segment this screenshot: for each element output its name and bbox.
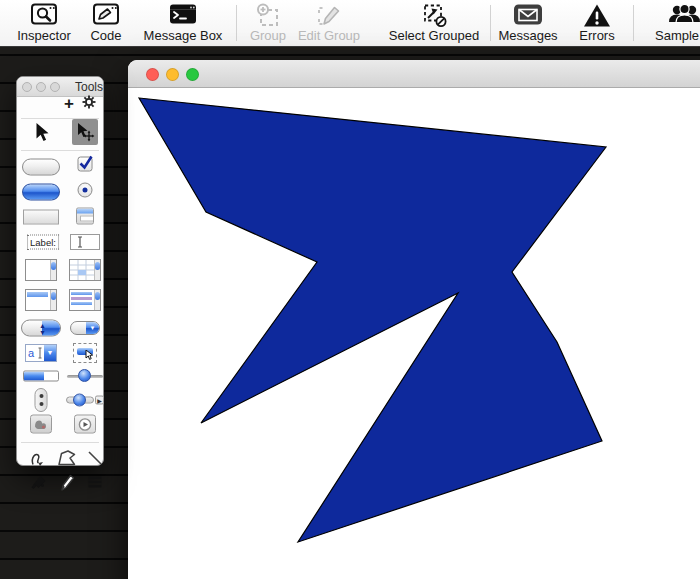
stepper-icon — [35, 388, 48, 412]
image-area-icon — [30, 415, 52, 434]
palette-zoom-button[interactable] — [50, 82, 60, 92]
polygon-tool[interactable] — [57, 449, 77, 467]
progress-bar-tool[interactable] — [23, 371, 59, 382]
minimize-button[interactable] — [166, 68, 179, 81]
radio-button-icon — [78, 183, 93, 198]
text-entry-tool[interactable] — [70, 234, 100, 250]
pencil-tool[interactable] — [59, 473, 75, 491]
option-menu-icon: ▲▼ — [21, 320, 61, 337]
label-tool[interactable]: Label: — [27, 235, 59, 250]
styled-list-tool[interactable] — [69, 289, 101, 311]
progress-bar-icon — [23, 371, 59, 382]
scrolling-field-tool[interactable] — [25, 259, 57, 281]
sample-stacks-people-icon — [637, 2, 700, 28]
toolbar-inspector-button[interactable]: Inspector — [8, 2, 80, 46]
toolbar-label: Messages — [493, 28, 563, 44]
table-field-icon — [69, 259, 101, 281]
radio-button-tool[interactable] — [78, 183, 93, 198]
checkbox-icon — [78, 157, 93, 172]
toolbar-group-button: Group — [240, 2, 296, 46]
scrollbar-tool[interactable]: ▶ — [66, 393, 104, 408]
brush-tool[interactable] — [88, 475, 103, 490]
slider-tool[interactable] — [67, 369, 103, 383]
fill-bucket-icon — [30, 473, 48, 491]
errors-warning-icon — [570, 2, 624, 28]
label-field-icon: Label: — [27, 235, 59, 250]
list-field-tool[interactable] — [25, 289, 57, 311]
list-field-icon — [25, 289, 57, 311]
toolbar-label: Sample St — [637, 28, 700, 44]
player-icon — [74, 415, 96, 434]
scrolling-field-icon — [25, 259, 57, 281]
fill-tool[interactable] — [30, 473, 48, 491]
scrollbar-icon: ▶ — [66, 393, 104, 408]
rect-button-icon — [23, 210, 59, 225]
button-tool[interactable] — [22, 159, 60, 176]
browse-tool[interactable] — [33, 122, 50, 142]
add-control-button[interactable]: + — [64, 97, 74, 111]
inspector-window-icon — [8, 2, 80, 28]
palette-close-button[interactable] — [22, 82, 32, 92]
toolbar-divider — [490, 5, 491, 41]
toolbar-code-button[interactable]: Code — [84, 2, 128, 46]
tools-palette-titlebar[interactable]: Tools — [17, 77, 103, 97]
option-menu-tool[interactable]: ▲▼ — [21, 320, 61, 337]
toolbar-divider — [633, 5, 634, 41]
toolbar-edit-group-button: Edit Group — [296, 2, 362, 46]
code-window-icon — [84, 2, 128, 28]
tools-palette: Tools + Label: — [16, 76, 104, 466]
rect-button-tool[interactable] — [23, 210, 59, 225]
brush-lines-icon — [88, 475, 103, 490]
toolbar-message-box-button[interactable]: Message Box — [136, 2, 230, 46]
toolbar-sample-stacks-button[interactable]: Sample St — [637, 2, 700, 46]
freehand-curve-icon — [30, 449, 48, 468]
default-button-tool[interactable] — [22, 184, 60, 201]
player-tool[interactable] — [74, 415, 96, 434]
combo-box-icon: a ▼ — [25, 344, 57, 362]
toolbar-messages-button[interactable]: Messages — [493, 2, 563, 46]
polygon-graphic[interactable] — [139, 98, 606, 542]
tab-panel-icon — [76, 208, 94, 225]
gear-icon — [82, 95, 96, 113]
toolbar-label: Code — [84, 28, 128, 44]
line-tool[interactable] — [87, 450, 103, 466]
toolbar-label: Group — [240, 28, 296, 44]
desktop: Inspector Code Message Box Group E — [0, 0, 700, 579]
stack-window-titlebar[interactable] — [128, 60, 700, 88]
canvas-svg — [128, 88, 700, 579]
zoom-button[interactable] — [186, 68, 199, 81]
button-menu-icon — [73, 343, 97, 363]
pointer-tool[interactable] — [72, 119, 98, 145]
button-menu-tool[interactable] — [73, 343, 97, 363]
curve-tool[interactable] — [30, 449, 48, 468]
stack-canvas[interactable] — [128, 88, 700, 579]
palette-divider — [21, 150, 99, 151]
combo-popup-tool[interactable]: ▼ — [70, 321, 100, 335]
close-button[interactable] — [146, 68, 159, 81]
checkbox-tool[interactable] — [78, 157, 93, 172]
table-field-tool[interactable] — [69, 259, 101, 281]
pointer-arrow-move-icon — [75, 122, 95, 142]
default-button-icon — [22, 184, 60, 201]
group-add-icon — [240, 2, 296, 28]
line-icon — [87, 450, 103, 466]
image-tool[interactable] — [30, 415, 52, 434]
select-grouped-icon — [378, 2, 490, 28]
toolbar-label: Edit Group — [296, 28, 362, 44]
stepper-tool[interactable] — [35, 388, 48, 412]
toolbar-errors-button[interactable]: Errors — [570, 2, 624, 46]
plus-icon: + — [64, 97, 74, 111]
toolbar-divider — [236, 5, 237, 41]
combo-box-tool[interactable]: a ▼ — [25, 344, 57, 362]
toolbar-select-grouped-button[interactable]: Select Grouped — [378, 2, 490, 46]
palette-minimize-button[interactable] — [36, 82, 46, 92]
tab-panel-tool[interactable] — [76, 208, 94, 225]
polygon-shape-icon — [57, 449, 77, 467]
text-entry-icon — [70, 234, 100, 250]
rounded-button-icon — [22, 159, 60, 176]
palette-title: Tools — [75, 80, 103, 94]
main-toolbar: Inspector Code Message Box Group E — [0, 0, 700, 47]
styled-list-icon — [69, 289, 101, 311]
browse-arrow-icon — [33, 122, 50, 142]
palette-settings-button[interactable] — [82, 95, 96, 113]
